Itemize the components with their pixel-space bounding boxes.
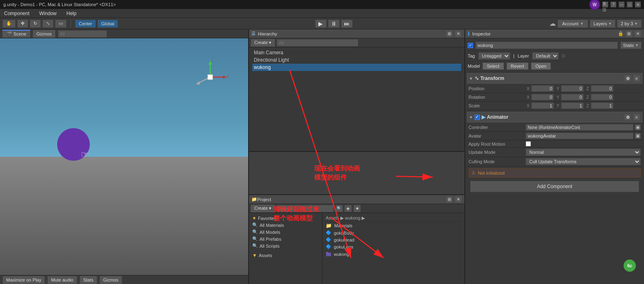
floating-badge[interactable]: 6c: [624, 260, 636, 272]
inspector-title: Inspector: [472, 31, 491, 36]
file-wukong[interactable]: wukong: [324, 250, 463, 258]
account-button[interactable]: Account ▼: [557, 20, 588, 28]
file-gokuhead[interactable]: 🔷 gokuHead: [324, 236, 463, 243]
transform-gear-btn[interactable]: ≡: [633, 75, 640, 82]
hierarchy-wukong[interactable]: wukong: [252, 64, 461, 71]
center-button[interactable]: Center: [75, 20, 96, 28]
tag-select[interactable]: Untagged: [478, 52, 510, 60]
hierarchy-directional-light[interactable]: Directional Light: [252, 56, 461, 64]
layer-select[interactable]: Default: [532, 52, 559, 60]
inspector-close-btn[interactable]: ✕: [634, 30, 642, 38]
menu-help[interactable]: Help: [65, 10, 78, 17]
scene-view[interactable]: ☞ Y X: [0, 38, 248, 275]
favorites-all-scripts[interactable]: 🔍 All Scripts: [251, 242, 320, 249]
object-enabled-checkbox[interactable]: ✓: [468, 43, 473, 48]
file-gokubody[interactable]: 🔷 gokuBody: [324, 229, 463, 236]
favorites-all-prefabs[interactable]: 🔍 All Prefabs: [251, 235, 320, 242]
update-mode-select[interactable]: Normal: [526, 149, 641, 156]
layout-button[interactable]: 2 by 3 ▼: [617, 20, 642, 28]
play-button[interactable]: ▶: [315, 20, 326, 28]
maximize-button[interactable]: □: [627, 2, 633, 7]
avatar-input[interactable]: [526, 133, 633, 139]
rect-tool[interactable]: ▭: [55, 20, 67, 28]
animator-settings-btn[interactable]: ⚙: [624, 113, 631, 121]
all-materials-label: All Materials: [260, 223, 284, 228]
transform-collapse-arrow: ▼: [469, 76, 473, 81]
revert-button[interactable]: Revert: [506, 62, 529, 70]
file-materials[interactable]: 📁 Materials: [324, 222, 463, 229]
project-close-btn[interactable]: ✕: [455, 196, 462, 203]
hierarchy-search-input[interactable]: [277, 39, 358, 47]
hand-tool[interactable]: ✋: [2, 20, 16, 28]
hierarchy-main-camera[interactable]: Main Camera: [252, 49, 461, 56]
pause-button[interactable]: ⏸: [328, 20, 340, 28]
hierarchy-float-btn[interactable]: ⊞: [446, 30, 453, 38]
hierarchy-close-btn[interactable]: ✕: [455, 30, 462, 38]
file-gokulegs[interactable]: 🔷 gokuLegs: [324, 243, 463, 250]
avatar-select-btn[interactable]: ◉: [635, 133, 641, 139]
menu-window[interactable]: Window: [38, 10, 58, 17]
scene-search-input[interactable]: [58, 30, 107, 38]
lock-icon[interactable]: 🔒: [618, 31, 624, 36]
layer-dropdown-arrow: ⬡: [562, 54, 565, 58]
close-button[interactable]: ✕: [635, 2, 641, 7]
tab-scene[interactable]: 🎬 Scene: [2, 30, 30, 38]
scale-y-input[interactable]: [561, 102, 584, 109]
mute-audio-btn[interactable]: Mute audio: [47, 276, 77, 284]
project-search-input[interactable]: [277, 205, 334, 212]
inspector-float-btn[interactable]: ⊞: [625, 30, 633, 38]
position-z-input[interactable]: [591, 85, 613, 92]
animator-enabled-checkbox[interactable]: ✓: [475, 115, 480, 120]
project-header: 📁 Project ⊞ ✕: [249, 195, 464, 204]
animator-component-header[interactable]: ▼ ✓ ▶ Animator ⚙ ≡: [467, 112, 642, 122]
controller-select-btn[interactable]: ◉: [635, 124, 641, 130]
position-y-input[interactable]: [561, 85, 584, 92]
help-button[interactable]: ?: [611, 2, 616, 7]
animator-gear-btn[interactable]: ≡: [633, 113, 640, 121]
object-name-input[interactable]: [475, 42, 618, 49]
apply-root-checkbox[interactable]: [526, 141, 531, 146]
transform-settings-btn[interactable]: ⚙: [624, 75, 631, 82]
follow-button[interactable]: + 关注: [602, 2, 608, 7]
rotation-z-input[interactable]: [591, 94, 613, 100]
search-submit-btn[interactable]: 🔍: [335, 205, 343, 212]
rotation-y-input[interactable]: [561, 94, 584, 100]
inspector-top-icons: 🔒 ⊞ ✕: [618, 30, 642, 38]
model-label: Model: [468, 64, 480, 69]
menu-component[interactable]: Component: [2, 10, 31, 17]
filter-btn[interactable]: ◈: [344, 205, 352, 212]
gizmos-bottom-btn[interactable]: Gizmos: [100, 276, 122, 284]
stats-btn[interactable]: Stats: [80, 276, 97, 284]
warning-row: ⚠ Not initialized: [469, 168, 641, 178]
open-button[interactable]: Open: [531, 62, 551, 70]
hierarchy-create-btn[interactable]: Create ▾: [251, 39, 275, 47]
step-button[interactable]: ⏭: [341, 20, 353, 28]
position-x-input[interactable]: [531, 85, 554, 92]
layers-button[interactable]: Layers ▼: [590, 20, 615, 28]
gizmos-button[interactable]: Gizmos: [33, 30, 55, 38]
favorites-all-materials[interactable]: 🔍 All Materials: [251, 222, 320, 229]
rotation-x-input[interactable]: [531, 94, 554, 100]
add-component-button[interactable]: Add Component: [470, 181, 639, 192]
rotate-tool[interactable]: ↻: [30, 20, 41, 28]
select-button[interactable]: Select: [482, 62, 504, 70]
assets-root-folder[interactable]: ▼ Assets: [251, 252, 320, 259]
culling-mode-select[interactable]: Cull Update Transforms: [526, 158, 641, 165]
project-float-btn[interactable]: ⊞: [446, 196, 453, 203]
global-button[interactable]: Global: [98, 20, 118, 28]
maximize-on-play-btn[interactable]: Maximize on Play: [2, 276, 45, 284]
star-filter-btn[interactable]: ★: [353, 205, 361, 212]
project-create-btn[interactable]: Create ▾: [251, 204, 275, 213]
inspector-header: ℹ Inspector 🔒 ⊞ ✕: [465, 29, 644, 38]
apply-root-label: Apply Root Motion: [469, 142, 526, 146]
transform-component-header[interactable]: ▼ ⤡ Transform ⚙ ≡: [467, 73, 642, 84]
move-tool[interactable]: ✥: [17, 20, 28, 28]
minimize-button[interactable]: ─: [619, 2, 624, 7]
favorites-all-models[interactable]: 🔍 All Models: [251, 229, 320, 235]
rotation-row: Rotation X Y Z: [467, 93, 642, 102]
scale-x-input[interactable]: [531, 102, 554, 109]
controller-input[interactable]: [526, 124, 633, 131]
scale-tool[interactable]: ⤡: [42, 20, 53, 28]
static-button[interactable]: Static ▼: [620, 42, 642, 49]
scale-z-input[interactable]: [591, 102, 613, 109]
